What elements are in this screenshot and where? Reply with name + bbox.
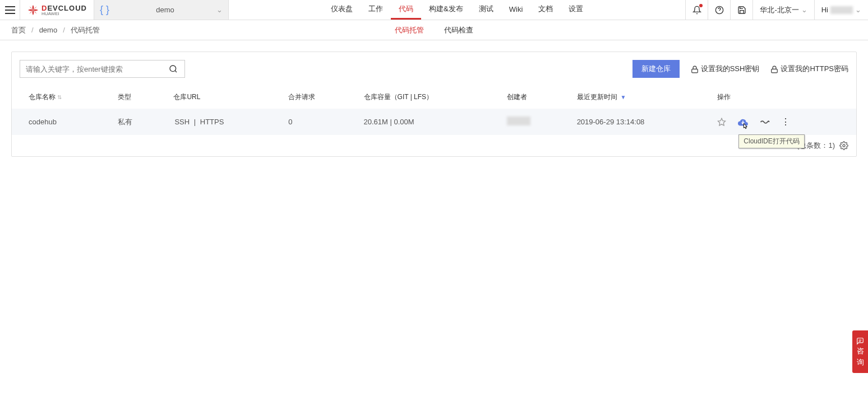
breadcrumb: 首页 / demo / 代码托管 <box>0 25 100 35</box>
project-selector[interactable]: { } demo ⌄ <box>94 0 229 20</box>
toolbar-right: 新建仓库 设置我的SSH密钥 设置我的HTTPS密码 <box>632 60 848 78</box>
hamburger-menu-icon[interactable] <box>0 0 20 20</box>
star-icon[interactable] <box>717 117 726 127</box>
ssh-label: 设置我的SSH密钥 <box>701 64 760 74</box>
col-capacity: 仓库容量（GIT | LFS） <box>354 86 497 109</box>
nav-build[interactable]: 构建&发布 <box>421 0 471 20</box>
search-input[interactable] <box>20 65 162 73</box>
user-menu[interactable]: Hi ⌄ <box>814 0 868 20</box>
search-icon <box>169 64 178 73</box>
col-ops: 操作 <box>707 86 856 109</box>
project-name: demo <box>114 6 216 14</box>
nav-settings[interactable]: 设置 <box>561 0 591 20</box>
more-icon[interactable]: ⋮ <box>781 116 790 127</box>
sort-icon: ⇅ <box>57 94 62 100</box>
new-repo-button[interactable]: 新建仓库 <box>632 60 680 78</box>
pipeline-icon[interactable] <box>760 118 770 127</box>
cell-merge: 0 <box>278 109 353 135</box>
region-label: 华北-北京一 <box>760 5 798 15</box>
breadcrumb-current[interactable]: 代码托管 <box>71 25 100 35</box>
huawei-flower-icon <box>27 3 39 16</box>
header-right-tools: 华北-北京一 ⌄ Hi ⌄ <box>685 0 868 20</box>
tab-code-check[interactable]: 代码检查 <box>434 20 483 40</box>
https-label: 设置我的HTTPS密码 <box>781 64 848 74</box>
url-ssh[interactable]: SSH <box>174 118 190 126</box>
braces-icon: { } <box>100 4 109 16</box>
content-area: 新建仓库 设置我的SSH密钥 设置我的HTTPS密码 <box>0 40 868 168</box>
col-name[interactable]: 仓库名称⇅ <box>12 86 108 109</box>
save-button[interactable] <box>730 0 752 20</box>
repo-panel: 新建仓库 设置我的SSH密钥 设置我的HTTPS密码 <box>11 52 857 157</box>
cell-name[interactable]: codehub <box>12 109 108 135</box>
breadcrumb-separator: / <box>63 26 65 34</box>
lock-icon <box>691 64 699 73</box>
help-button[interactable] <box>708 0 730 20</box>
cell-creator <box>497 109 567 135</box>
breadcrumb-home[interactable]: 首页 <box>11 25 26 35</box>
toolbar: 新建仓库 设置我的SSH密钥 设置我的HTTPS密码 <box>12 52 856 86</box>
sort-desc-icon: ▼ <box>619 94 626 100</box>
col-merge: 合并请求 <box>278 86 353 109</box>
cell-capacity: 20.61M | 0.00M <box>354 109 497 135</box>
repo-table: 仓库名称⇅ 类型 仓库URL 合并请求 仓库容量（GIT | LFS） 创建者 … <box>12 86 856 135</box>
svg-rect-3 <box>691 69 698 73</box>
logo[interactable]: DEVCLOUD HUAWEI <box>20 0 94 20</box>
chevron-down-icon: ⌄ <box>216 6 223 14</box>
region-selector[interactable]: 华北-北京一 ⌄ <box>752 0 814 20</box>
chevron-down-icon: ⌄ <box>855 6 861 14</box>
svg-point-1 <box>170 66 176 72</box>
col-url: 仓库URL <box>163 86 278 109</box>
svg-point-6 <box>843 144 845 147</box>
url-https[interactable]: HTTPS <box>200 118 224 126</box>
tooltip-cloudide: CloudIDE打开代码 <box>738 134 804 148</box>
url-sep: | <box>194 118 196 126</box>
breadcrumb-separator: / <box>31 26 34 34</box>
sub-tabs: 代码托管 代码检查 <box>385 20 483 40</box>
cell-type: 私有 <box>108 109 163 135</box>
bell-icon <box>692 5 701 15</box>
set-https-password-link[interactable]: 设置我的HTTPS密码 <box>770 64 848 74</box>
search-box <box>20 60 185 78</box>
notifications-button[interactable] <box>685 0 708 20</box>
svg-rect-4 <box>772 69 778 73</box>
cell-updated: 2019-06-29 13:14:08 <box>567 109 708 135</box>
col-updated[interactable]: 最近更新时间 ▼ <box>567 86 708 109</box>
nav-dashboard[interactable]: 仪表盘 <box>323 0 361 20</box>
breadcrumb-project[interactable]: demo <box>39 26 58 34</box>
cursor-pointer-icon <box>741 122 750 132</box>
set-ssh-key-link[interactable]: 设置我的SSH密钥 <box>691 64 760 74</box>
svg-marker-5 <box>718 118 726 125</box>
username-redacted <box>830 6 853 14</box>
cell-ops: CloudIDE打开代码 ⋮ <box>707 109 856 135</box>
top-header: DEVCLOUD HUAWEI { } demo ⌄ 仪表盘 工作 代码 构建&… <box>0 0 868 20</box>
gear-icon[interactable] <box>839 141 848 151</box>
nav-docs[interactable]: 文档 <box>530 0 561 20</box>
svg-line-2 <box>175 71 177 72</box>
col-type: 类型 <box>108 86 163 109</box>
table-footer: (总条数：1) <box>12 135 856 156</box>
main-nav: 仪表盘 工作 代码 构建&发布 测试 Wiki 文档 设置 <box>229 0 685 20</box>
table-header-row: 仓库名称⇅ 类型 仓库URL 合并请求 仓库容量（GIT | LFS） 创建者 … <box>12 86 856 109</box>
tab-code-hosting[interactable]: 代码托管 <box>385 20 434 40</box>
col-creator: 创建者 <box>497 86 567 109</box>
search-button[interactable] <box>162 64 184 73</box>
help-icon <box>715 5 724 15</box>
chevron-down-icon: ⌄ <box>801 6 807 14</box>
cloud-ide-icon[interactable] <box>737 118 749 127</box>
nav-wiki[interactable]: Wiki <box>501 0 531 20</box>
table-row: codehub 私有 SSH | HTTPS 0 20.61M | 0.00M … <box>12 109 856 135</box>
lock-icon <box>770 64 778 73</box>
nav-work[interactable]: 工作 <box>361 0 391 20</box>
cell-url: SSH | HTTPS <box>163 109 278 135</box>
sub-bar: 首页 / demo / 代码托管 代码托管 代码检查 <box>0 20 868 40</box>
nav-code[interactable]: 代码 <box>391 0 421 20</box>
creator-redacted <box>507 116 530 125</box>
user-greeting: Hi <box>821 6 828 14</box>
save-icon <box>737 5 746 15</box>
nav-test[interactable]: 测试 <box>471 0 501 20</box>
